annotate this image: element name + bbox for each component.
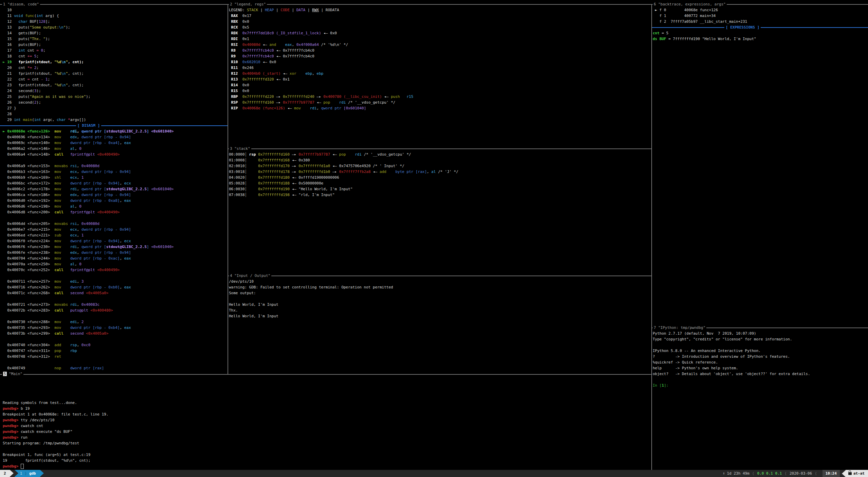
terminal-line [3, 313, 228, 319]
text-segment: 0x4006a4 <func+148> [3, 152, 54, 157]
pane-border-left-column[interactable] [228, 4, 228, 374]
text-segment: /* '%d\n' */ [319, 42, 348, 47]
text-segment: Breakpoint 1, func (arg=5) at test.c:19 [3, 453, 90, 457]
terminal-line [229, 296, 651, 302]
text-segment: call [54, 210, 64, 214]
text-segment: BUF[ [28, 19, 39, 24]
terminal-line: 0x4006ed <func+221> sub ecx, 1 [3, 232, 228, 238]
text-segment: cnt [653, 31, 659, 35]
text-segment: 19 fprintf(stdout, "%d\n", cnt); [3, 458, 90, 463]
expressions-view[interactable]: cnt = 5ds BUF = 7fffffffd190 "Hello Worl… [653, 30, 867, 42]
text-segment: dword ptr [rbp - 0x94] [82, 250, 131, 255]
source-view[interactable]: 10 11 void func(int arg) { 12 char BUF[1… [0, 7, 228, 123]
text-segment: 0x40083c [82, 302, 100, 307]
text-segment: ◂— [330, 152, 339, 157]
text-segment: , [75, 146, 79, 151]
text-segment: | [290, 8, 296, 12]
text-segment: <0x400480> [90, 308, 113, 313]
text-segment: movabs [54, 222, 68, 226]
gdb-console[interactable]: Reading symbols from test...done.pwndbg>… [0, 400, 651, 469]
text-segment: 0x4006e7 <func+215> [3, 227, 54, 232]
text-segment [247, 164, 258, 168]
registers-view[interactable]: LEGEND: STACK | HEAP | CODE | DATA | RWX… [229, 7, 651, 111]
angle-separator-icon: ⟨ [815, 470, 817, 477]
text-segment: 0x4006d8 <func+200> [3, 210, 54, 214]
text-segment: ); [36, 100, 41, 105]
text-segment: "Some output: [30, 25, 59, 30]
angle-separator-icon: ⟨ [784, 470, 787, 477]
text-segment: mov [54, 187, 61, 191]
text-segment [61, 366, 70, 370]
text-segment [61, 204, 70, 209]
text-segment: al [70, 262, 75, 266]
terminal-line: 0x4006a2 <func+146> mov al, 0 [3, 146, 228, 152]
text-segment: mov [54, 262, 61, 266]
terminal-line: 0x4006a4 <func+148> call fprintf@plt <0x… [3, 152, 228, 157]
text-segment: , cnt); [68, 71, 84, 76]
text-segment: mov [54, 198, 61, 203]
backtrace-view[interactable]: ► f 0 40068e func+126 f 1 400772 main+34… [653, 7, 867, 24]
terminal-line: 14 gets(BUF); [3, 30, 228, 36]
text-segment: STACK [247, 8, 258, 12]
text-segment: —▸ [290, 152, 299, 157]
terminal-line: In [1]: [653, 383, 867, 388]
text-segment: int [34, 118, 41, 122]
pane-border-main[interactable] [0, 374, 651, 375]
text-segment: mov [294, 106, 301, 110]
expressions-section-label: [ EXPRESSIONS ] [724, 24, 761, 30]
tmux-window-tab-gdb[interactable]: 1 ⟩ gdb [15, 470, 40, 477]
terminal-line: Hello World, I'm Input [229, 302, 651, 307]
text-segment: 0x400711 <func+257> [3, 279, 54, 284]
text-segment: rbp [70, 349, 77, 353]
io-view[interactable]: /dev/pts/10warning: GDB: Failed to set c… [229, 279, 651, 319]
terminal-line: RSP 0x7fffffffd160 —▸ 0x7ffff7b97787 ◂— … [229, 100, 651, 105]
text-segment: —▸ [274, 94, 283, 99]
pane-border-right-column[interactable] [651, 4, 652, 470]
terminal-line: 0x400716 <func+262> mov dword ptr [rbp -… [3, 284, 228, 290]
ipython-view[interactable]: Python 2.7.17 (default, Nov 7 2019, 10:0… [653, 331, 867, 388]
text-segment: 29 [3, 118, 14, 122]
text-segment: pwndbg> [3, 406, 21, 411]
terminal-line: ► 0x40068e <func+126> mov rdi, qword ptr… [3, 128, 228, 134]
terminal-line: 0x400748 <func+312> ret [3, 354, 228, 359]
disasm-view[interactable]: ► 0x40068e <func+126> mov rdi, qword ptr… [0, 128, 228, 371]
text-segment: ebp [317, 71, 323, 76]
text-segment [61, 343, 70, 347]
terminal-line: 0x4006e7 <func+215> mov ecx, dword ptr [… [3, 227, 228, 232]
text-segment: xor [290, 71, 296, 76]
text-segment: "Thx. " [30, 37, 45, 41]
terminal-line: 26 second(2); [3, 100, 228, 105]
text-segment: In [ [653, 383, 662, 388]
terminal-line: 16 puts(BUF); [3, 42, 228, 48]
text-segment: pwndbg> [3, 435, 21, 440]
text-segment: \n [59, 25, 64, 30]
text-segment: | [305, 8, 312, 12]
text-segment [61, 256, 70, 261]
powerline-arrow-icon [10, 470, 14, 477]
text-segment: call [54, 291, 64, 295]
text-segment: 00:0000 [229, 152, 245, 157]
text-segment: , [312, 71, 317, 76]
text-segment [238, 42, 242, 47]
text-segment: | [274, 8, 281, 12]
text-segment: 24 second( [3, 89, 34, 93]
pane-border-stack[interactable] [228, 148, 651, 149]
tmux-session-badge[interactable]: 2 [0, 470, 10, 477]
text-segment: edi [70, 320, 77, 324]
text-segment [68, 302, 70, 307]
tmux-terminal: 1 "disasm, code" 2 "legend, regs" 6 "bac… [0, 0, 868, 477]
text-segment: 0xc0 [82, 343, 91, 347]
text-segment: eax [124, 141, 131, 145]
text-segment: R8 [229, 48, 236, 53]
terminal-line [3, 215, 228, 221]
text-segment: <0x400490> [97, 210, 120, 214]
text-segment: mov [54, 170, 61, 174]
text-segment: DATA [296, 8, 306, 12]
pane-border-io[interactable] [228, 276, 651, 276]
text-segment: char [57, 118, 66, 122]
stack-view[interactable]: 00:0000│ rsp 0x7fffffffd160 —▸ 0x7ffff7b… [229, 152, 651, 198]
text-segment: Thx. [229, 308, 240, 313]
text-segment [32, 66, 34, 70]
text-segment: eax [124, 285, 131, 289]
text-segment: call [54, 152, 64, 157]
